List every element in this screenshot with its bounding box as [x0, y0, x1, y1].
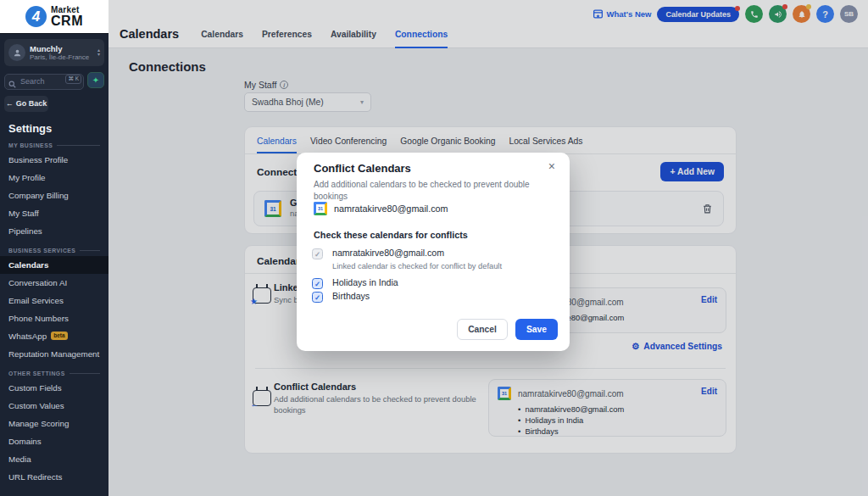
google-calendar-icon: 31 — [314, 202, 327, 215]
modal-title: Conflict Calendars — [314, 162, 411, 175]
sidebar-item-reputation-management[interactable]: Reputation Management — [0, 345, 108, 363]
save-button[interactable]: Save — [515, 319, 558, 340]
close-icon[interactable]: × — [545, 158, 559, 175]
sidebar-item-whatsapp[interactable]: WhatsApp beta — [0, 327, 108, 345]
command-k-shortcut: ⌘ K — [65, 75, 81, 84]
conflict-row-linked: ✓ namratakirve80@gmail.com Linked calend… — [312, 248, 502, 270]
settings-title: Settings — [8, 122, 108, 135]
app-window: 4 Market CRM Munchly Paris, Île-de-Franc… — [0, 0, 868, 496]
checkbox-holidays[interactable]: ✓ — [312, 278, 323, 289]
brand-logo[interactable]: 4 Market CRM — [0, 0, 108, 34]
account-name: Munchly — [30, 44, 89, 53]
beta-badge: beta — [51, 332, 67, 340]
checkbox-birthdays[interactable]: ✓ — [312, 292, 323, 303]
sidebar-item-url-redirects[interactable]: URL Redirects — [0, 468, 108, 486]
checkbox-linked-disabled: ✓ — [312, 248, 323, 259]
brand-crm: CRM — [51, 14, 83, 28]
cancel-button[interactable]: Cancel — [457, 319, 508, 340]
sidebar-item-my-profile[interactable]: My Profile — [0, 169, 108, 187]
section-label-other-settings: OTHER SETTINGS — [0, 371, 108, 376]
conflict-calendars-modal: Conflict Calendars × Add additional cale… — [297, 153, 570, 351]
sidebar-item-phone-numbers[interactable]: Phone Numbers — [0, 309, 108, 327]
checkbox-label: namratakirve80@gmail.com — [332, 248, 502, 259]
modal-account-row: 31 namratakirve80@gmail.com — [314, 202, 448, 215]
sidebar-item-my-staff[interactable]: My Staff — [0, 204, 108, 222]
section-label-business-services: BUSINESS SERVICES — [0, 248, 108, 254]
checkbox-label: Holidays in India — [332, 277, 398, 289]
sidebar-item-media[interactable]: Media — [0, 450, 108, 468]
check-calendars-heading: Check these calendars for conflicts — [314, 230, 468, 240]
logo-4-icon: 4 — [25, 6, 47, 27]
brand-market: Market — [51, 6, 83, 14]
sidebar-item-business-profile[interactable]: Business Profile — [0, 151, 108, 169]
conflict-row-holidays: ✓ Holidays in India — [312, 277, 398, 289]
checkbox-label: Birthdays — [332, 291, 370, 303]
account-switcher[interactable]: Munchly Paris, Île-de-France ▴ ▾ — [4, 39, 104, 66]
sidebar-item-manage-scoring[interactable]: Manage Scoring — [0, 415, 108, 432]
sidebar-item-company-billing[interactable]: Company Billing — [0, 187, 108, 204]
search-icon — [8, 76, 16, 92]
quick-add-button[interactable]: ✦ — [87, 72, 104, 88]
checkbox-note: Linked calendar is checked for conflict … — [332, 262, 502, 270]
back-arrow-icon: ← — [6, 99, 14, 108]
section-label-my-business: MY BUSINESS — [0, 142, 108, 148]
sparkle-icon: ✦ — [92, 75, 99, 85]
sidebar-item-email-services[interactable]: Email Services — [0, 292, 108, 309]
sidebar-item-domains[interactable]: Domains — [0, 432, 108, 450]
sidebar-item-pipelines[interactable]: Pipelines — [0, 222, 108, 240]
chevron-updown-icon: ▴ ▾ — [97, 48, 100, 58]
sidebar-item-custom-fields[interactable]: Custom Fields — [0, 379, 108, 397]
go-back-button[interactable]: ← Go Back — [4, 96, 48, 112]
sidebar-item-conversation-ai[interactable]: Conversation AI — [0, 274, 108, 292]
conflict-row-birthdays: ✓ Birthdays — [312, 291, 370, 303]
modal-description: Add additional calendars to be checked t… — [314, 179, 530, 203]
account-location: Paris, Île-de-France — [30, 53, 89, 62]
sidebar-item-calendars[interactable]: Calendars — [0, 256, 108, 274]
sidebar: 4 Market CRM Munchly Paris, Île-de-Franc… — [0, 0, 108, 496]
modal-account-email: namratakirve80@gmail.com — [334, 203, 448, 214]
account-avatar-icon — [8, 44, 25, 61]
sidebar-item-custom-values[interactable]: Custom Values — [0, 397, 108, 415]
